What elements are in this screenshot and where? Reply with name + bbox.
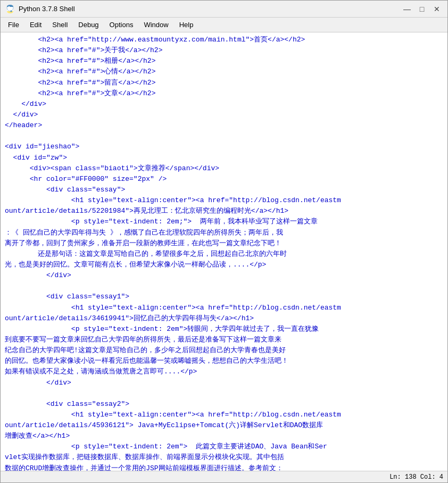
code-area[interactable]: <h2><a href="http://www.eastmountyxz.com… [1,32,447,471]
svg-rect-5 [7,7,13,11]
maximize-button[interactable]: □ [416,4,428,14]
window-title: Python 3.7.8 Shell [19,5,75,13]
minimize-button[interactable]: — [401,4,413,14]
menu-options[interactable]: Options [104,19,139,30]
svg-point-6 [9,6,10,7]
close-button[interactable]: ✕ [430,4,443,14]
menu-file[interactable]: File [3,19,24,30]
code-content: <h2><a href="http://www.eastmountyxz.com… [5,35,443,471]
python-shell-window: Python 3.7.8 Shell — □ ✕ File Edit Shell… [0,0,448,483]
menu-edit[interactable]: Edit [24,19,47,30]
menu-window[interactable]: Window [138,19,173,30]
menu-debug[interactable]: Debug [73,19,104,30]
python-icon [5,4,15,14]
menu-shell[interactable]: Shell [47,19,73,30]
title-bar: Python 3.7.8 Shell — □ ✕ [1,1,447,18]
svg-point-7 [11,10,12,12]
title-bar-left: Python 3.7.8 Shell [5,4,75,14]
title-bar-controls: — □ ✕ [401,4,443,14]
cursor-position: Ln: 138 Col: 4 [389,473,443,481]
menu-help[interactable]: Help [174,19,199,30]
status-bar: Ln: 138 Col: 4 [1,471,447,482]
menu-bar: File Edit Shell Debug Options Window Hel… [1,18,447,32]
